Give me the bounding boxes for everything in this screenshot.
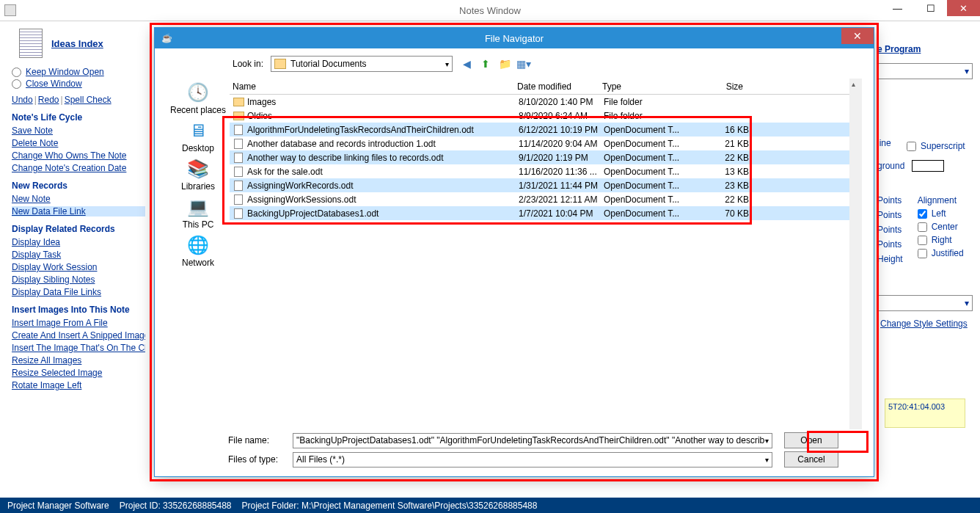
display-idea-link[interactable]: Display Idea — [12, 237, 145, 247]
undo-link[interactable]: Undo — [12, 95, 33, 105]
place-recent[interactable]: 🕓Recent places — [169, 81, 227, 115]
program-label[interactable]: e Program — [877, 44, 973, 54]
new-folder-icon[interactable]: 📁 — [498, 57, 511, 70]
open-button[interactable]: Open — [784, 432, 838, 448]
look-in-label: Look in: — [225, 59, 263, 69]
file-row[interactable]: AssigningWorkSessions.odt2/23/2021 12:11… — [230, 192, 862, 206]
edit-actions: Undo|Redo|Spell Check — [12, 95, 145, 105]
format-dropdown-2[interactable]: ▾ — [877, 295, 973, 311]
up-icon[interactable]: ⬆ — [479, 57, 492, 70]
points-label-4: Points — [877, 239, 903, 250]
resize-all-link[interactable]: Resize All Images — [12, 355, 145, 365]
dialog-close-button[interactable]: ✕ — [841, 28, 874, 44]
align-left[interactable]: Left — [918, 208, 964, 219]
folder-icon — [274, 59, 286, 69]
close-button[interactable]: ✕ — [947, 0, 980, 16]
col-type[interactable]: Type — [602, 81, 687, 92]
status-project-id: Project ID: 33526268885488 — [120, 501, 232, 511]
place-libraries[interactable]: 📚Libraries — [169, 158, 227, 192]
points-label-1: Points — [877, 195, 903, 205]
ground-label: ground — [877, 161, 904, 171]
file-row[interactable]: Another way to describe linking files to… — [230, 150, 862, 164]
files-type-label: Files of type: — [228, 454, 281, 465]
ideas-icon — [19, 29, 43, 58]
col-date[interactable]: Date modified — [517, 81, 602, 92]
insert-clipboard-link[interactable]: Insert The Image That's On The Clipboard… — [12, 343, 145, 353]
window-title: Notes Window — [459, 5, 521, 16]
align-center[interactable]: Center — [918, 222, 964, 232]
save-note-link[interactable]: Save Note — [12, 125, 145, 136]
file-row[interactable]: Ask for the sale.odt11/16/2020 11:36 ...… — [230, 164, 862, 178]
alignment-header: Alignment — [918, 195, 964, 205]
display-data-file-links-link[interactable]: Display Data File Links — [12, 287, 145, 297]
display-header: Display Related Records — [12, 224, 145, 234]
status-folder: Project Folder: M:\Project Management So… — [242, 501, 538, 511]
file-list-area: Name Date modified Type Size Images8/10/… — [230, 79, 862, 429]
format-dropdown-1[interactable]: ▾ — [877, 63, 973, 79]
app-icon — [4, 4, 16, 16]
redo-link[interactable]: Redo — [38, 95, 59, 105]
align-justified[interactable]: Justified — [918, 248, 964, 258]
resize-selected-link[interactable]: Resize Selected Image — [12, 368, 145, 378]
file-name-input[interactable]: "BackingUpProjectDatabases1.odt" "Algori… — [293, 433, 772, 448]
place-desktop[interactable]: 🖥Desktop — [169, 120, 227, 153]
new-note-link[interactable]: New Note — [12, 194, 145, 204]
file-rows[interactable]: Images8/10/2020 1:40 PMFile folderOldies… — [230, 95, 862, 220]
display-sibling-notes-link[interactable]: Display Sibling Notes — [12, 274, 145, 285]
col-size[interactable]: Size — [687, 81, 753, 92]
create-snipped-link[interactable]: Create And Insert A Snipped Image — [12, 330, 145, 341]
file-row[interactable]: Images8/10/2020 1:40 PMFile folder — [230, 95, 862, 109]
display-task-link[interactable]: Display Task — [12, 250, 145, 260]
color-swatch[interactable] — [912, 160, 944, 172]
close-window-radio[interactable]: Close Window — [12, 79, 145, 89]
height-label: Height — [877, 254, 903, 264]
note-timestamp-box: 5T20:41:04.003 — [885, 399, 965, 428]
sidebar: Ideas Index Keep Window Open Close Windo… — [0, 21, 145, 498]
cancel-button[interactable]: Cancel — [784, 451, 838, 467]
place-network[interactable]: 🌐Network — [169, 234, 227, 268]
look-in-dropdown[interactable]: Tutorial Documents ▾ — [271, 56, 453, 72]
points-label-2: Points — [877, 210, 903, 220]
change-date-link[interactable]: Change Note's Creation Date — [12, 163, 145, 173]
file-row[interactable]: AlgorithmForUndeletingTaskRecordsAndThei… — [230, 123, 862, 137]
col-name[interactable]: Name — [233, 81, 517, 92]
change-style-link[interactable]: Change Style Settings — [880, 319, 968, 329]
keep-window-open-radio[interactable]: Keep Window Open — [12, 67, 145, 77]
dialog-titlebar: ☕ File Navigator ✕ — [155, 28, 874, 48]
status-app: Project Manager Software — [7, 501, 109, 511]
insert-image-file-link[interactable]: Insert Image From A File — [12, 318, 145, 328]
delete-note-link[interactable]: Delete Note — [12, 138, 145, 148]
minimize-button[interactable]: — — [881, 0, 914, 16]
column-headers[interactable]: Name Date modified Type Size — [230, 79, 862, 95]
file-navigator-dialog: ☕ File Navigator ✕ Look in: Tutorial Doc… — [154, 27, 874, 477]
align-right[interactable]: Right — [918, 235, 964, 245]
places-bar: 🕓Recent places 🖥Desktop 📚Libraries 💻This… — [167, 79, 230, 429]
view-menu-icon[interactable]: ▦▾ — [517, 57, 530, 70]
files-type-dropdown[interactable]: All Files (*.*)▾ — [293, 452, 772, 467]
place-thispc[interactable]: 💻This PC — [169, 196, 227, 230]
format-panel: e Program ▾ line Superscript ground Poin… — [877, 35, 973, 331]
file-row[interactable]: AssigningWorkRecords.odt1/31/2021 11:44 … — [230, 178, 862, 192]
ideas-index-link[interactable]: Ideas Index — [51, 38, 103, 49]
file-row[interactable]: BackingUpProjectDatabases1.odt1/7/2021 1… — [230, 206, 862, 220]
back-icon[interactable]: ◀ — [460, 57, 473, 70]
change-owner-link[interactable]: Change Who Owns The Note — [12, 150, 145, 161]
new-records-header: New Records — [12, 181, 145, 191]
java-icon: ☕ — [161, 32, 172, 44]
insert-header: Insert Images Into This Note — [12, 305, 145, 315]
window-controls: — ☐ ✕ — [881, 0, 980, 16]
life-cycle-header: Note's Life Cycle — [12, 112, 145, 123]
superscript-check[interactable]: Superscript — [907, 141, 965, 151]
dialog-title: File Navigator — [485, 33, 544, 44]
look-in-value: Tutorial Documents — [290, 59, 367, 69]
new-data-file-link[interactable]: New Data File Link — [12, 206, 145, 217]
file-row[interactable]: Another database and records introductio… — [230, 137, 862, 150]
window-titlebar: Notes Window — ☐ ✕ — [0, 0, 980, 21]
file-row[interactable]: Oldies8/9/2020 6:24 AMFile folder — [230, 109, 862, 123]
scrollbar[interactable] — [849, 79, 862, 429]
spellcheck-link[interactable]: Spell Check — [65, 95, 111, 105]
maximize-button[interactable]: ☐ — [914, 0, 947, 16]
file-name-label: File name: — [228, 435, 281, 445]
rotate-left-link[interactable]: Rotate Image Left — [12, 380, 145, 390]
display-work-session-link[interactable]: Display Work Session — [12, 262, 145, 272]
